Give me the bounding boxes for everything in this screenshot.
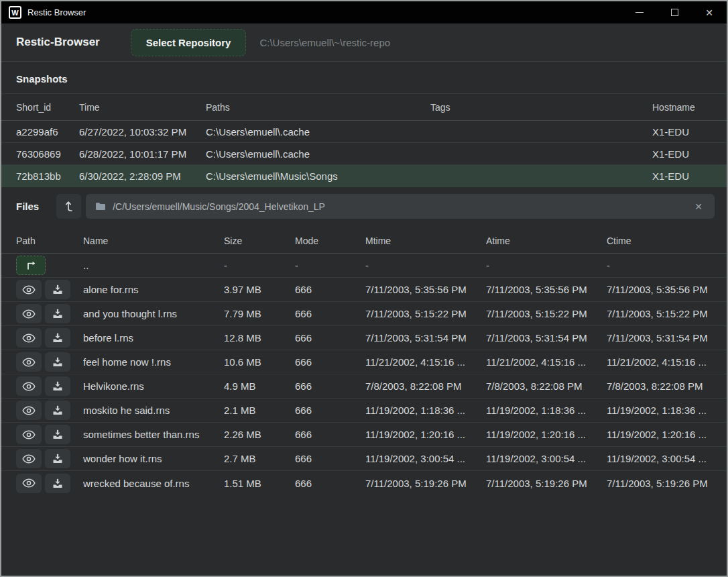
download-icon [52,405,63,415]
file-ctime: 11/21/2002, 4:15:16 ... [607,356,716,368]
snapshots-table-body: a2299af6 6/27/2022, 10:03:32 PM C:\Users… [1,121,727,187]
file-actions [16,328,83,348]
go-up-directory-button[interactable] [16,256,46,275]
files-section-title: Files [16,201,39,212]
snapshot-hostname: X1-EDU [652,148,716,160]
select-repository-button[interactable]: Select Repository [131,29,247,56]
file-row: feel home now !.rns 10.6 MB 666 11/21/20… [1,350,727,374]
file-atime: 11/21/2002, 4:15:16 ... [486,356,607,368]
maximize-icon [671,9,678,16]
snapshot-time: 6/30/2022, 2:28:09 PM [79,170,206,182]
file-size: 2.1 MB [224,405,295,416]
download-file-button[interactable] [45,376,70,396]
file-mode: 666 [295,405,365,416]
file-actions [16,401,83,420]
breadcrumb-clear-button[interactable]: ✕ [692,200,705,213]
snapshot-time: 6/27/2022, 10:03:32 PM [79,126,206,138]
preview-file-button[interactable] [16,474,42,493]
preview-file-button[interactable] [16,328,42,348]
preview-file-button[interactable] [16,304,42,323]
preview-file-button[interactable] [16,352,42,372]
parent-dir-row: .. - - - - - [1,254,727,278]
dump-snapshot-button[interactable] [56,194,81,219]
files-col-size: Size [224,235,295,246]
download-file-button[interactable] [45,328,70,348]
download-file-button[interactable] [45,401,70,420]
app-window: W Restic Browser ✕ Restic-Browser Select… [0,0,728,577]
snapshot-row[interactable]: 76306869 6/28/2022, 10:01:17 PM C:\Users… [1,143,727,165]
file-name: .. [83,260,224,271]
snapshot-paths: C:\Users\emuell\.cache [206,126,430,138]
up-arrow-hook-icon [64,200,74,213]
download-file-button[interactable] [45,425,70,444]
file-mode: 666 [295,429,365,440]
file-ctime: - [607,260,716,271]
file-mode: 666 [295,453,365,464]
preview-file-button[interactable] [16,280,42,299]
file-row: and you thought l.rns 7.79 MB 666 7/11/2… [1,302,727,326]
download-file-button[interactable] [45,280,70,299]
snapshot-paths: C:\Users\emuell\Music\Songs [206,170,430,182]
files-col-mtime: Mtime [365,235,486,246]
file-ctime: 7/11/2003, 5:19:26 PM [607,478,716,489]
close-button[interactable]: ✕ [692,1,727,23]
files-table-header: Path Name Size Mode Mtime Atime Ctime [1,228,727,254]
eye-icon [22,333,36,343]
files-col-mode: Mode [295,235,365,246]
file-size: 2.26 MB [224,429,295,440]
snapshot-paths: C:\Users\emuell\.cache [206,148,430,160]
file-actions [16,352,83,372]
preview-file-button[interactable] [16,449,42,468]
file-actions [16,449,83,468]
eye-icon [22,478,36,488]
file-size: 10.6 MB [224,356,295,368]
file-size: - [224,260,295,271]
file-mode: 666 [295,356,365,368]
file-name: wrecked because of.rns [83,478,224,489]
file-mtime: 7/11/2003, 5:15:22 PM [365,308,486,319]
download-file-button[interactable] [45,304,70,323]
snapshot-hostname: X1-EDU [652,126,716,138]
file-row: Helvikone.rns 4.9 MB 666 7/8/2003, 8:22:… [1,374,727,399]
snapshot-short-id: a2299af6 [16,126,79,138]
download-file-button[interactable] [45,449,70,468]
preview-file-button[interactable] [16,401,42,420]
snapshots-table-header: Short_id Time Paths Tags Hostname [1,93,727,121]
minimize-button[interactable] [622,1,657,23]
file-atime: - [486,260,607,271]
file-mtime: 11/19/2002, 1:20:16 ... [365,429,486,440]
file-ctime: 7/11/2003, 5:35:56 PM [607,284,716,295]
file-mtime: 7/11/2003, 5:35:56 PM [365,284,486,295]
maximize-button[interactable] [657,1,692,23]
snapshots-col-tags: Tags [430,102,652,113]
download-icon [52,333,63,343]
download-file-button[interactable] [45,474,70,493]
file-actions [16,425,83,444]
files-col-path: Path [16,235,83,246]
snapshots-col-paths: Paths [206,102,430,113]
file-atime: 7/11/2003, 5:35:56 PM [486,284,607,295]
file-mtime: 7/8/2003, 8:22:08 PM [365,380,486,392]
snapshot-row[interactable]: 72b813bb 6/30/2022, 2:28:09 PM C:\Users\… [1,165,727,187]
file-mtime: - [365,260,486,271]
file-name: alone for.rns [83,284,224,295]
download-icon [52,309,63,319]
preview-file-button[interactable] [16,376,42,396]
breadcrumb-path: /C/Users/emuell/Music/Songs/2004_Helveti… [113,201,692,212]
files-table-body: .. - - - - - alone for.rns [1,254,727,495]
snapshot-row[interactable]: a2299af6 6/27/2022, 10:03:32 PM C:\Users… [1,121,727,143]
file-mode: 666 [295,478,365,489]
file-name: feel home now !.rns [83,356,224,368]
file-name: sometimes better than.rns [83,429,224,440]
download-file-button[interactable] [45,352,70,372]
folder-icon [95,202,106,211]
snapshot-hostname: X1-EDU [652,170,716,182]
file-mode: 666 [295,332,365,344]
files-bar: Files /C/Users/emuell/Music/Songs/2004_H… [1,187,727,224]
snapshot-short-id: 76306869 [16,148,79,160]
download-icon [52,381,63,391]
file-size: 7.79 MB [224,308,295,319]
preview-file-button[interactable] [16,425,42,444]
repository-path: C:\Users\emuell\~\restic-repo [259,37,390,48]
file-row: moskito he said.rns 2.1 MB 666 11/19/200… [1,399,727,423]
